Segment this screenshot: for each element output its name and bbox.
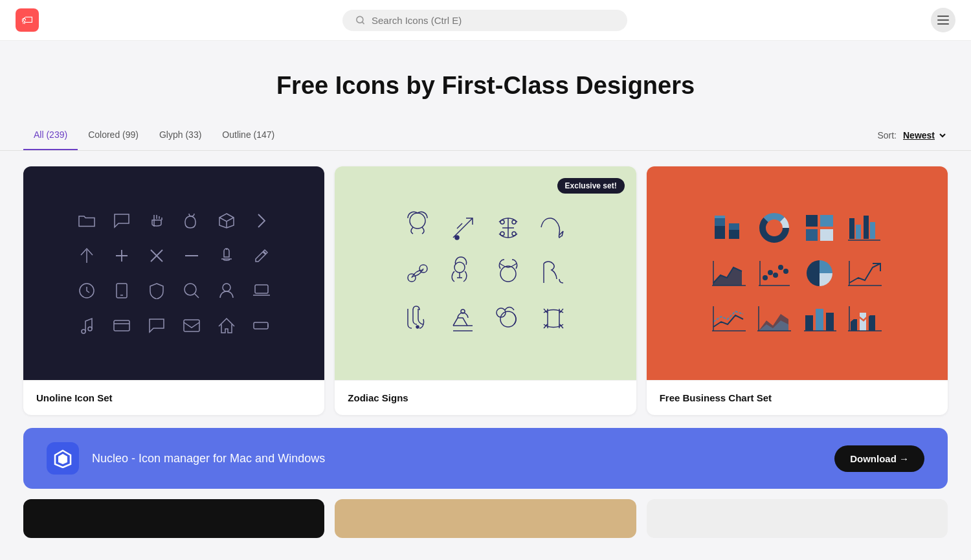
uni-plus [110, 244, 133, 267]
uni-card [110, 314, 133, 337]
tabs-bar: All (239) Colored (99) Glyph (33) Outlin… [0, 120, 971, 151]
tab-colored[interactable]: Colored (99) [78, 120, 149, 150]
peek-card-2[interactable] [335, 499, 636, 538]
card-preview-zodiac: Exclusive set! [335, 166, 636, 380]
svg-rect-28 [729, 223, 739, 230]
banner-text: Nucleo - Icon manager for Mac and Window… [92, 452, 821, 465]
uni-chevron-right [250, 209, 273, 232]
search-bar [342, 10, 627, 31]
chart-pie [800, 254, 839, 293]
chart-bar-vertical [800, 299, 839, 338]
uni-clock [75, 279, 98, 302]
svg-rect-37 [856, 225, 861, 239]
svg-rect-38 [864, 216, 869, 239]
svg-point-19 [500, 266, 516, 282]
uni-box [215, 209, 238, 232]
svg-point-22 [500, 311, 516, 327]
promo-banner: Nucleo - Icon manager for Mac and Window… [23, 428, 948, 489]
card-unoline-label: Unoline Icon Set [23, 380, 324, 415]
card-unoline[interactable]: Unoline Icon Set [23, 166, 324, 415]
zodiac-libra [443, 299, 482, 338]
chart-area [709, 254, 748, 293]
uni-search [180, 279, 203, 302]
menu-button[interactable] [931, 8, 955, 32]
svg-rect-34 [806, 229, 818, 241]
card-zodiac-label: Zodiac Signs [335, 380, 636, 415]
svg-rect-35 [820, 229, 833, 241]
svg-point-16 [500, 232, 504, 236]
tab-glyph[interactable]: Glyph (33) [149, 120, 212, 150]
menu-line-2 [937, 19, 949, 21]
svg-point-47 [783, 269, 788, 274]
app-logo: 🏷 [16, 8, 39, 32]
svg-rect-27 [729, 230, 739, 239]
svg-point-18 [454, 262, 465, 273]
uni-chat [110, 209, 133, 232]
unoline-icon-grid [56, 196, 293, 350]
chart-combo [845, 299, 884, 338]
uni-arrow-up [75, 244, 98, 267]
card-charts[interactable]: Free Business Chart Set [647, 166, 948, 415]
card-zodiac[interactable]: Exclusive set! [335, 166, 636, 415]
svg-rect-11 [254, 322, 268, 329]
zodiac-leo [489, 299, 528, 338]
svg-point-17 [512, 232, 516, 236]
zodiac-pisces [489, 208, 528, 247]
uni-apple [180, 209, 203, 232]
zodiac-scorpio [534, 208, 573, 247]
zodiac-taurus [489, 254, 528, 293]
svg-point-13 [455, 236, 459, 240]
hero-section: Free Icons by First-Class Designers [0, 41, 971, 120]
tab-outline[interactable]: Outline (147) [212, 120, 285, 150]
svg-rect-36 [849, 218, 854, 239]
zodiac-scorpion-2 [443, 254, 482, 293]
search-input[interactable] [372, 15, 614, 26]
peek-card-1[interactable] [23, 499, 324, 538]
download-button[interactable]: Download → [834, 445, 924, 472]
chart-table-grid [800, 208, 839, 247]
svg-point-4 [184, 284, 196, 295]
zodiac-icon-grid [383, 196, 588, 351]
menu-line-1 [937, 16, 949, 17]
chart-line-multi [709, 299, 748, 338]
uni-home [215, 314, 238, 337]
zodiac-capricorn [534, 254, 573, 293]
card-preview-unoline [23, 166, 324, 380]
svg-point-15 [512, 220, 516, 224]
card-charts-label: Free Business Chart Set [647, 380, 948, 415]
svg-rect-62 [869, 315, 875, 331]
uni-minus [180, 244, 203, 267]
svg-rect-25 [715, 218, 725, 226]
uni-user [215, 279, 238, 302]
svg-rect-26 [715, 216, 725, 218]
zodiac-virgo [398, 299, 437, 338]
svg-marker-66 [58, 454, 67, 464]
uni-hand [145, 209, 168, 232]
svg-rect-10 [184, 320, 199, 331]
svg-point-20 [416, 326, 419, 328]
chart-donut [755, 208, 794, 247]
svg-point-43 [763, 275, 768, 280]
uni-folder [75, 209, 98, 232]
tab-all[interactable]: All (239) [23, 120, 78, 150]
svg-rect-24 [715, 226, 725, 239]
svg-rect-39 [870, 222, 875, 239]
peek-card-3[interactable] [647, 499, 948, 538]
chart-scatter [755, 254, 794, 293]
svg-rect-57 [816, 309, 823, 331]
uni-shield [145, 279, 168, 302]
nucleo-logo [47, 442, 79, 475]
uni-music [75, 314, 98, 337]
svg-point-46 [778, 265, 783, 270]
filter-tabs: All (239) Colored (99) Glyph (33) Outlin… [23, 120, 285, 150]
sort-area: Sort: Newest Oldest Popular [877, 129, 948, 141]
zodiac-aries [398, 208, 437, 247]
page-title: Free Icons by First-Class Designers [16, 72, 955, 100]
zodiac-gemini [534, 299, 573, 338]
svg-rect-32 [806, 215, 818, 227]
uni-close [145, 244, 168, 267]
uni-bell [215, 244, 238, 267]
chart-bar-stacked [709, 208, 748, 247]
sort-select[interactable]: Newest Oldest Popular [900, 129, 948, 141]
svg-point-5 [223, 284, 230, 291]
